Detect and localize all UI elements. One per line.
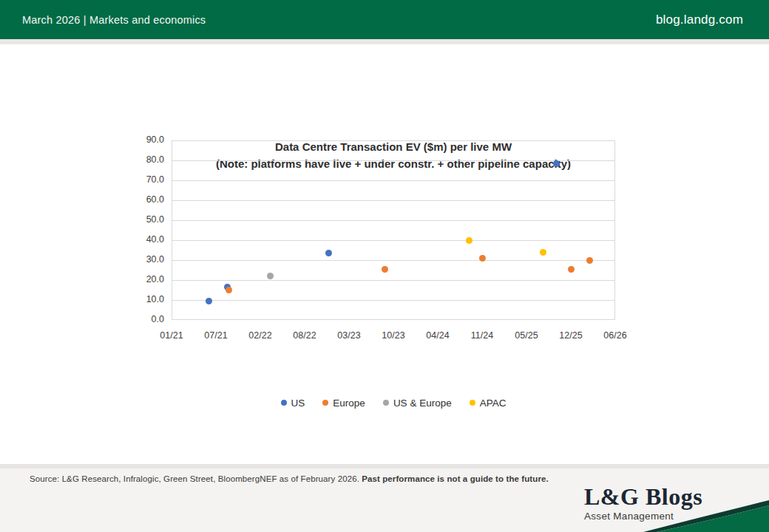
data-point-europe: [382, 266, 388, 273]
gridline: [172, 300, 615, 301]
x-axis-tick-label: 04/24: [417, 330, 458, 341]
y-axis-tick-label: 80.0: [129, 154, 164, 165]
footer-bar: Source: L&G Research, Infralogic, Green …: [0, 464, 769, 532]
legend-marker-apac: [470, 400, 475, 406]
x-axis-tick-label: 02/22: [240, 330, 281, 341]
x-axis-tick-label: 01/21: [151, 330, 192, 341]
x-axis-tick-label: 11/24: [461, 330, 503, 341]
data-point-europe: [226, 287, 232, 293]
data-point-apac: [466, 237, 472, 244]
chart-region: Data Centre Transaction EV ($m) per live…: [0, 44, 769, 466]
header-blog-url: blog.landg.com: [656, 13, 743, 27]
y-axis-tick-label: 40.0: [129, 234, 164, 245]
source-text: Source: L&G Research, Infralogic, Green …: [30, 474, 362, 483]
gridline: [172, 280, 615, 281]
legend-label-europe: Europe: [333, 398, 365, 409]
legend-label-us: US: [291, 398, 305, 409]
legend-item-us-europe: US & Europe: [383, 398, 452, 409]
header-edition-label: March 2026 | Markets and economics: [22, 14, 206, 26]
y-axis-tick-label: 60.0: [129, 194, 164, 205]
y-axis-tick-label: 20.0: [129, 274, 164, 284]
legend-item-us: US: [281, 398, 305, 409]
legend-item-apac: APAC: [470, 398, 507, 409]
green-corner-swoosh: [627, 486, 769, 532]
x-axis-tick-label: 12/25: [550, 330, 592, 341]
header-divider: [0, 39, 769, 44]
past-performance-disclaimer: Past performance is not a guide to the f…: [362, 474, 549, 483]
gridline: [172, 240, 615, 241]
data-point-europe: [568, 266, 575, 273]
data-point-europe: [586, 257, 593, 264]
y-axis-tick-label: 10.0: [129, 294, 164, 304]
y-axis-tick-label: 50.0: [129, 214, 164, 225]
gridline: [172, 220, 615, 221]
y-axis-tick-label: 90.0: [129, 134, 164, 145]
x-axis-tick-label: 07/21: [195, 330, 237, 341]
gridline: [172, 200, 615, 201]
x-axis-tick-label: 10/23: [373, 330, 414, 341]
y-axis-tick-label: 30.0: [129, 254, 164, 265]
source-line: Source: L&G Research, Infralogic, Green …: [30, 474, 549, 483]
data-point-europe: [479, 255, 486, 262]
legend-item-europe: Europe: [322, 398, 365, 409]
legend-marker-europe: [322, 400, 328, 406]
header-bar: March 2026 | Markets and economics blog.…: [0, 0, 769, 39]
data-point-us: [206, 298, 212, 304]
x-axis-tick-label: 03/23: [328, 330, 370, 341]
plot-frame: [172, 140, 615, 320]
legend-label-us-europe: US & Europe: [393, 398, 452, 409]
y-axis-tick-label: 0.0: [129, 314, 164, 324]
gridline: [172, 260, 615, 261]
chart-legend: USEuropeUS & EuropeAPAC: [172, 396, 615, 409]
legend-marker-us: [281, 400, 287, 406]
legend-marker-us-europe: [383, 400, 389, 406]
x-axis-tick-label: 08/22: [284, 330, 325, 341]
legend-label-apac: APAC: [480, 398, 507, 409]
data-point-apac: [540, 249, 546, 256]
gridline: [172, 180, 615, 181]
gridline: [172, 160, 615, 161]
y-axis-tick-label: 70.0: [129, 174, 164, 185]
x-axis-tick-label: 06/26: [594, 330, 636, 341]
data-point-us: [553, 160, 560, 167]
x-axis-tick-label: 05/25: [506, 330, 547, 341]
data-point-us-europe: [267, 273, 274, 279]
